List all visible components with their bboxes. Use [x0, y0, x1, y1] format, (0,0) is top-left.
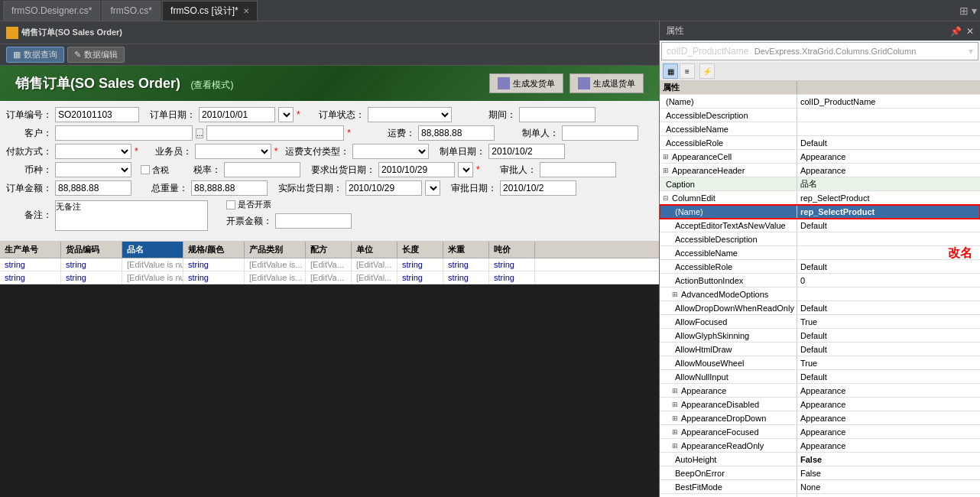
prop-row-action-btn[interactable]: ActionButtonIndex 0 — [660, 274, 980, 287]
pin-icon[interactable]: ⊞ — [959, 5, 969, 17]
prop-row-accessible-desc[interactable]: AccessibleDescription — [660, 109, 980, 122]
prop-name-acc-name: AccessibleName — [660, 122, 797, 135]
props-object-name: colID_ProductName DevExpress.XtraGrid.Co… — [667, 46, 916, 57]
prop-row-appearance-readonly[interactable]: ⊞AppearanceReadOnly Appearance — [660, 439, 980, 453]
props-events-btn[interactable]: ⚡ — [699, 63, 715, 79]
prop-row-accessible-name[interactable]: AccessibleName — [660, 122, 980, 136]
generate-invoice-btn[interactable]: 生成发货单 — [489, 73, 563, 93]
prop-name-appearance-focused: ⊞AppearanceFocused — [660, 425, 797, 438]
edit-btn[interactable]: ✎ 数据编辑 — [67, 47, 125, 63]
order-amount-input[interactable] — [55, 180, 131, 196]
prop-row-border-style[interactable]: BorderStyle Default — [660, 494, 980, 497]
invoice-checkbox[interactable] — [226, 200, 235, 210]
col-header-name[interactable]: 品名 — [122, 242, 183, 258]
generate-return-btn[interactable]: 生成退货单 — [570, 73, 644, 93]
remarks-textarea[interactable]: 无备注 — [55, 200, 208, 231]
created-date-input[interactable] — [488, 144, 565, 159]
so-title-group: 销售订单(SO Sales Order) (查看模式) — [15, 74, 233, 93]
invoice-checkbox-label[interactable]: 是否开票 — [226, 199, 352, 210]
approver-input[interactable] — [540, 162, 616, 177]
col-header-price[interactable]: 吨价 — [489, 242, 535, 258]
tab-frmso[interactable]: frmSO.cs* — [102, 1, 161, 21]
object-dropdown-icon[interactable]: ▾ — [969, 46, 973, 57]
shipping-payment-select[interactable] — [352, 144, 429, 159]
tab-designer[interactable]: frmSO.Designer.cs* — [3, 1, 100, 21]
prop-row-auto-height[interactable]: AutoHeight False — [660, 453, 980, 466]
props-category-btn[interactable]: ▦ — [663, 63, 678, 79]
prop-row-name-top[interactable]: (Name) colID_ProductName — [660, 95, 980, 109]
total-weight-input[interactable] — [191, 180, 268, 196]
created-by-label: 制单人： — [513, 127, 559, 140]
salesperson-select[interactable] — [195, 144, 271, 159]
prop-row-appearance-cell[interactable]: ⊞AppearanceCell Appearance — [660, 150, 980, 164]
required-ship-date-input[interactable] — [378, 162, 455, 177]
prop-row-best-fit[interactable]: BestFitMode None — [660, 480, 980, 494]
period-input[interactable] — [519, 107, 595, 122]
prop-row-appearance-disabled[interactable]: ⊞AppearanceDisabled Appearance — [660, 398, 980, 411]
customer-input[interactable] — [55, 125, 193, 141]
tax-rate-input[interactable] — [224, 162, 300, 177]
prop-row-acc-desc2[interactable]: AccessibleDescription — [660, 232, 980, 246]
payment-method-select[interactable] — [55, 144, 131, 159]
prop-row-allow-mouse[interactable]: AllowMouseWheel True — [660, 356, 980, 370]
period-label: 期间： — [470, 109, 516, 122]
order-status-select[interactable] — [368, 107, 452, 122]
customer-browse-btn[interactable]: ... — [196, 128, 203, 138]
created-by-input[interactable] — [562, 125, 638, 141]
col-header-item-code[interactable]: 货品编码 — [61, 242, 122, 258]
actual-ship-date-input[interactable] — [346, 180, 422, 196]
so-mode-label: (查看模式) — [190, 80, 233, 90]
col-header-weight[interactable]: 米重 — [443, 242, 489, 258]
prop-value-best-fit: None — [797, 480, 980, 493]
required-ship-select[interactable]: ▾ — [458, 162, 473, 177]
props-object-selector[interactable]: colID_ProductName DevExpress.XtraGrid.Co… — [661, 42, 978, 60]
grid-row-1[interactable]: string string [EditValue is null] string… — [0, 258, 659, 271]
tab-design-active[interactable]: frmSO.cs [设计]* ✕ — [162, 1, 258, 21]
currency-select[interactable] — [55, 162, 131, 177]
prop-row-allow-focused[interactable]: AllowFocused True — [660, 315, 980, 329]
prop-name-acc-name2: AccessibleName — [660, 246, 797, 259]
props-alpha-btn[interactable]: ≡ — [680, 63, 695, 79]
prop-row-accessible-role[interactable]: AccessibleRole Default — [660, 136, 980, 150]
prop-row-acc-name2[interactable]: AccessibleName — [660, 246, 980, 260]
prop-row-allow-html[interactable]: AllowHtmlDraw Default — [660, 343, 980, 356]
currency-label: 币种： — [6, 164, 52, 177]
close-icon[interactable]: ✕ — [243, 7, 249, 15]
prop-row-caption[interactable]: Caption 品名 — [660, 177, 980, 191]
prop-row-appearance-header[interactable]: ⊞AppearanceHeader Appearance — [660, 164, 980, 177]
prop-row-allow-glyph[interactable]: AllowGlyphSkinning Default — [660, 329, 980, 343]
props-toolbar: ▦ ≡ ⚡ — [660, 62, 980, 81]
order-no-input[interactable] — [55, 107, 139, 122]
col-header-formula[interactable]: 配方 — [306, 242, 352, 258]
prop-row-allow-null[interactable]: AllowNullInput Default — [660, 370, 980, 384]
col-header-unit[interactable]: 单位 — [352, 242, 398, 258]
prop-row-adv-mode[interactable]: ⊞AdvancedModeOptions — [660, 287, 980, 301]
prop-row-appearance-dropdown[interactable]: ⊞AppearanceDropDown Appearance — [660, 411, 980, 425]
prop-row-acc-role2[interactable]: AccessibleRole Default — [660, 260, 980, 274]
col-header-category[interactable]: 产品类别 — [245, 242, 306, 258]
prop-row-accept-editor[interactable]: AcceptEditorTextAsNewValue Default — [660, 219, 980, 232]
col-header-prod-no[interactable]: 生产单号 — [0, 242, 61, 258]
grid-row-2[interactable]: string string [EditValue is null] string… — [0, 271, 659, 284]
shipping-fee-input[interactable] — [418, 125, 495, 141]
prop-row-name-sub[interactable]: (Name) rep_SelectProduct — [660, 205, 980, 219]
prop-row-appearance-focused[interactable]: ⊞AppearanceFocused Appearance — [660, 425, 980, 439]
order-date-input[interactable] — [199, 107, 275, 122]
order-date-select[interactable]: ▾ — [278, 107, 294, 122]
tax-checkbox-label[interactable]: 含税 — [141, 164, 169, 176]
customer-name-input[interactable] — [206, 125, 344, 141]
props-pin-icon[interactable]: 📌 — [950, 26, 962, 37]
prop-row-beep[interactable]: BeepOnError False — [660, 466, 980, 480]
col-header-length[interactable]: 长度 — [398, 242, 443, 258]
prop-row-appearance[interactable]: ⊞Appearance Appearance — [660, 384, 980, 398]
query-btn[interactable]: ▦ 数据查询 — [6, 47, 64, 63]
actual-ship-select[interactable]: ▾ — [425, 180, 440, 196]
props-close-icon[interactable]: ✕ — [966, 26, 974, 37]
approval-date-input[interactable] — [500, 180, 576, 196]
prop-row-col-edit[interactable]: ⊟ColumnEdit rep_SelectProduct — [660, 191, 980, 205]
prop-row-allow-dropdown[interactable]: AllowDropDownWhenReadOnly Default — [660, 301, 980, 315]
tax-checkbox[interactable] — [141, 165, 150, 174]
invoice-amount-input[interactable] — [275, 213, 352, 229]
dropdown-icon[interactable]: ▾ — [972, 5, 977, 17]
col-header-spec[interactable]: 规格/颜色 — [183, 242, 245, 258]
